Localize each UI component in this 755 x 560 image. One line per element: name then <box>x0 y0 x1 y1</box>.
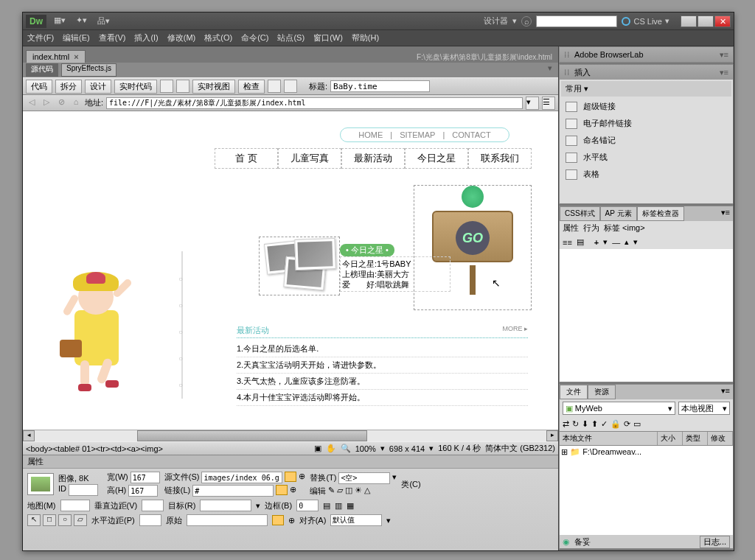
scroll-right-icon[interactable]: ▸ <box>546 430 558 441</box>
extend-menu-icon[interactable]: ✦▾ <box>76 15 87 27</box>
maximize-button[interactable]: □ <box>697 15 714 27</box>
address-input[interactable] <box>106 97 523 109</box>
menu-site[interactable]: 站点(S) <box>277 32 305 43</box>
home-icon[interactable]: ⌂ <box>70 97 82 109</box>
resample-icon[interactable]: ◫ <box>345 486 352 497</box>
target-input[interactable] <box>200 500 251 511</box>
insert-anchor[interactable]: 命名锚记 <box>561 132 731 149</box>
zoom-value[interactable]: 100% <box>355 444 376 453</box>
code-view-button[interactable]: 代码 <box>26 80 52 94</box>
move-up-icon[interactable]: ▴ <box>624 237 629 247</box>
search-input[interactable] <box>536 15 617 27</box>
checkin-icon[interactable]: 🔒 <box>610 419 621 429</box>
attributes-subtab[interactable]: 属性 <box>563 223 579 234</box>
site-select[interactable]: ▣ MyWeb▾ <box>563 402 675 415</box>
sync-icon[interactable]: ⟳ <box>624 419 630 429</box>
view-select[interactable]: 本地视图▾ <box>678 402 730 415</box>
align-right-icon[interactable]: ▦ <box>347 501 354 511</box>
browserlab-panel[interactable]: ⁞⁞Adobe BrowserLab▾≡ <box>559 46 734 63</box>
menu-window[interactable]: 窗口(W) <box>313 32 343 43</box>
src-input[interactable] <box>201 472 282 483</box>
refresh-icon[interactable]: ↻ <box>572 419 579 429</box>
source-code-tab[interactable]: 源代码 <box>26 63 58 77</box>
align-select[interactable] <box>330 514 382 526</box>
src-browse-icon[interactable] <box>285 472 296 482</box>
sharpen-icon[interactable]: △ <box>364 486 370 497</box>
ap-elements-tab[interactable]: AP 元素 <box>600 206 637 221</box>
files-tree[interactable]: ⊞ 📁 F:\Dreamweav... <box>560 446 733 535</box>
log-button[interactable]: 日志... <box>700 536 730 548</box>
live-code-button[interactable]: 实时代码 <box>114 80 157 94</box>
dropdown-icon[interactable]: ▾ <box>512 16 517 26</box>
workspace-switcher[interactable]: 设计器 <box>484 15 508 27</box>
refresh-icon[interactable] <box>284 80 297 93</box>
insert-email[interactable]: 电子邮件链接 <box>561 115 731 132</box>
design-view-button[interactable]: 设计 <box>85 80 111 94</box>
activity-icon[interactable]: ◉ <box>563 537 570 547</box>
document-tab[interactable]: index.html × <box>26 50 86 63</box>
height-input[interactable] <box>128 485 158 497</box>
list-view-icon[interactable]: ≡≡ <box>563 238 572 247</box>
alt-input[interactable] <box>338 472 390 484</box>
remove-behavior-icon[interactable]: — <box>612 238 620 247</box>
hand-tool-icon[interactable]: ✋ <box>326 444 336 453</box>
behaviors-subtab[interactable]: 行为 <box>583 223 599 234</box>
id-input[interactable] <box>69 484 98 496</box>
title-input[interactable] <box>330 80 430 92</box>
link-point-icon[interactable]: ⊕ <box>290 485 296 497</box>
link-browse-icon[interactable] <box>276 485 288 495</box>
stop-icon[interactable]: ⊘ <box>55 97 67 109</box>
expand-icon[interactable]: ▭ <box>633 419 641 429</box>
get-icon[interactable]: ⬇ <box>582 419 588 429</box>
hspace-input[interactable] <box>139 514 161 526</box>
category-view-icon[interactable]: ▤ <box>577 237 584 247</box>
live-view-button[interactable]: 实时视图 <box>192 80 235 94</box>
menu-commands[interactable]: 命令(C) <box>241 32 268 43</box>
map-input[interactable] <box>60 500 90 511</box>
menu-modify[interactable]: 修改(M) <box>167 32 196 43</box>
move-down-icon[interactable]: ▾ <box>633 237 638 247</box>
insert-table[interactable]: 表格 <box>561 166 731 183</box>
forward-icon[interactable]: ▷ <box>41 97 52 109</box>
scroll-left-icon[interactable]: ◂ <box>23 430 35 441</box>
cslive-button[interactable]: CS Live▾ <box>622 16 669 26</box>
filter-icon[interactable]: ▾ <box>548 63 555 77</box>
layout-menu-icon[interactable]: ▦▾ <box>54 15 66 27</box>
rect-hotspot-icon[interactable]: □ <box>43 514 56 526</box>
scroll-thumb[interactable] <box>137 430 367 441</box>
checkout-icon[interactable]: ✓ <box>601 419 608 429</box>
border-input[interactable] <box>296 500 319 511</box>
split-view-button[interactable]: 拆分 <box>55 80 82 94</box>
align-center-icon[interactable]: ▥ <box>335 501 342 511</box>
sitemap-menu-icon[interactable]: 品▾ <box>97 15 110 27</box>
insert-category[interactable]: 常用 ▾ <box>561 81 731 97</box>
original-input[interactable] <box>187 514 268 526</box>
poly-hotspot-icon[interactable]: ▱ <box>74 514 87 526</box>
livecode-opt2-icon[interactable] <box>176 80 189 93</box>
orig-browse-icon[interactable] <box>272 515 284 525</box>
put-icon[interactable]: ⬆ <box>591 419 598 429</box>
behaviors-list[interactable] <box>560 249 733 382</box>
browser-nav-icon[interactable] <box>268 80 281 93</box>
panel-menu-icon[interactable]: ▾≡ <box>720 50 728 60</box>
close-button[interactable]: ✕ <box>714 15 731 27</box>
connect-icon[interactable]: ⇄ <box>563 419 569 429</box>
crop-icon[interactable]: ▱ <box>337 486 343 497</box>
menu-file[interactable]: 文件(F) <box>27 32 54 43</box>
menu-edit[interactable]: 编辑(E) <box>63 32 90 43</box>
horizontal-scrollbar[interactable]: ◂ ▸ <box>23 430 558 441</box>
select-tool-icon[interactable]: ▣ <box>314 444 321 453</box>
orig-point-icon[interactable]: ⊕ <box>288 516 295 525</box>
tag-selector[interactable]: <body><table# 01><tr><td><a><img> <box>26 444 163 453</box>
minimize-button[interactable]: — <box>681 15 697 27</box>
menu-insert[interactable]: 插入(I) <box>134 32 158 43</box>
addr-list-icon[interactable]: ☰ <box>542 97 555 110</box>
panel-menu-icon[interactable]: ▾≡ <box>718 206 733 221</box>
brightness-icon[interactable]: ☀ <box>355 486 362 497</box>
vspace-input[interactable] <box>142 500 164 511</box>
menu-view[interactable]: 查看(V) <box>99 32 126 43</box>
back-icon[interactable]: ◁ <box>26 97 38 109</box>
addr-opt-icon[interactable]: ▾ <box>526 97 539 110</box>
livecode-opt-icon[interactable] <box>160 80 173 93</box>
design-canvas[interactable]: HOME| SITEMAP| CONTACT 首 页 儿童写真 最新活动 今日之… <box>23 111 558 430</box>
